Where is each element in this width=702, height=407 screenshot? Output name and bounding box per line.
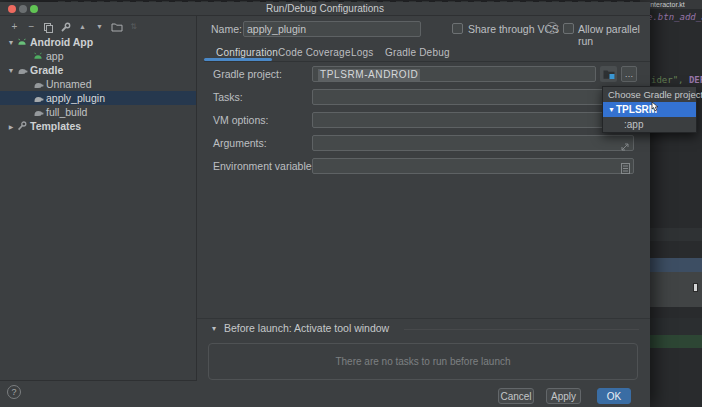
name-input[interactable]: apply_plugin (243, 21, 421, 37)
hand-cursor-icon (648, 101, 660, 119)
tree-item-label: apply_plugin (46, 92, 105, 104)
configurations-tree-panel: + − ▲ ▼ ⇅ ▼ Android App app ▼ Gra (0, 16, 197, 381)
popup-item-app[interactable]: :app (603, 117, 696, 132)
zoom-traffic-light[interactable] (30, 5, 38, 13)
popup-title: Choose Gradle project (603, 87, 696, 102)
tree-item-android-app[interactable]: ▼ Android App (0, 35, 196, 49)
sort-configurations-button: ⇅ (125, 19, 142, 34)
before-launch-title: Before launch: Activate tool window (224, 322, 389, 334)
vm-options-input[interactable] (312, 112, 634, 128)
env-variables-list-icon[interactable] (621, 160, 630, 178)
arguments-input[interactable] (312, 135, 634, 151)
choose-gradle-project-button[interactable] (600, 66, 617, 82)
editor-line-band (650, 228, 702, 241)
vm-options-label: VM options: (213, 114, 268, 126)
tree-item-label: Android App (30, 36, 93, 48)
tree-item-templates[interactable]: ▶ Templates (0, 119, 196, 133)
environment-variables-label: Environment variables: (213, 160, 320, 172)
name-label: Name: (211, 23, 242, 35)
expand-arrow-icon[interactable]: ▼ (6, 67, 16, 74)
tab-gradle-debug[interactable]: Gradle Debug (385, 47, 450, 58)
editor-selected-line-band (650, 258, 702, 272)
tree-item-label: full_build (46, 106, 87, 118)
arguments-label: Arguments: (213, 137, 267, 149)
edit-defaults-button[interactable] (57, 19, 74, 34)
expand-arrow-icon[interactable]: ▼ (607, 106, 616, 113)
add-configuration-button[interactable]: + (6, 19, 23, 34)
configurations-tree: ▼ Android App app ▼ Gradle Unnamed (0, 35, 196, 133)
tree-item-app[interactable]: app (0, 49, 196, 63)
tree-item-label: Templates (30, 120, 81, 132)
allow-parallel-run-label: Allow parallel run (578, 23, 650, 47)
move-down-button[interactable]: ▼ (91, 19, 108, 34)
tree-item-unnamed[interactable]: Unnamed (0, 77, 196, 91)
gradle-project-label: Gradle project: (213, 68, 282, 80)
editor-line-band (650, 318, 702, 335)
tabbar-divider (204, 61, 650, 62)
android-icon (16, 38, 28, 47)
gradle-elephant-icon (16, 66, 28, 75)
cancel-button[interactable]: Cancel (498, 388, 534, 404)
code-string-fragment: ider", (651, 75, 684, 85)
dialog-title: Run/Debug Configurations (0, 2, 650, 16)
before-launch-task-list: There are no tasks to run before launch (208, 343, 638, 380)
tree-item-gradle[interactable]: ▼ Gradle (0, 63, 196, 77)
expand-editor-icon[interactable] (620, 138, 630, 156)
tab-configuration[interactable]: Configuration (216, 47, 278, 58)
tree-item-label: Gradle (30, 64, 63, 76)
folder-icon (603, 69, 615, 79)
run-debug-configurations-dialog: Run/Debug Configurations + − ▲ ▼ ⇅ ▼ And… (0, 2, 650, 407)
environment-variables-input[interactable] (312, 158, 634, 174)
tab-logs[interactable]: Logs (351, 47, 374, 58)
before-launch-collapse-arrow[interactable]: ▾ (212, 324, 216, 333)
active-tab-underline (204, 58, 272, 61)
android-icon (32, 52, 44, 61)
section-divider (197, 318, 650, 319)
popup-item-label: :app (624, 119, 643, 130)
remove-configuration-button[interactable]: − (23, 19, 40, 34)
apply-button[interactable]: Apply (546, 388, 581, 404)
code-constant-fragment: DEFAU (689, 75, 702, 85)
minimize-traffic-light (19, 5, 27, 13)
background-code-line: ider", DEFAU (651, 75, 702, 85)
tab-code-coverage[interactable]: Code Coverage (278, 47, 351, 58)
before-launch-rule (404, 329, 639, 330)
gradle-elephant-icon (32, 94, 44, 103)
expand-arrow-icon[interactable]: ▼ (6, 39, 16, 46)
gradle-elephant-icon (32, 80, 44, 89)
wrench-icon (16, 121, 28, 131)
tree-item-apply-plugin[interactable]: apply_plugin (0, 91, 196, 105)
tree-item-label: app (46, 50, 64, 62)
vcs-help-icon[interactable]: ? (546, 22, 558, 34)
gradle-elephant-icon (32, 108, 44, 117)
move-up-button[interactable]: ▲ (74, 19, 91, 34)
gradle-project-input[interactable]: TPLSRM-ANDROID (312, 66, 596, 82)
help-button[interactable]: ? (7, 385, 21, 399)
before-launch-empty-text: There are no tasks to run before launch (209, 344, 637, 379)
share-through-vcs-checkbox[interactable] (452, 23, 463, 34)
tree-item-full-build[interactable]: full_build (0, 105, 196, 119)
create-folder-button[interactable] (108, 19, 125, 34)
tree-item-label: Unnamed (46, 78, 92, 90)
dialog-titlebar[interactable]: Run/Debug Configurations (0, 2, 650, 16)
allow-parallel-run-checkbox[interactable] (563, 23, 574, 34)
close-traffic-light[interactable] (8, 5, 16, 13)
tasks-label: Tasks: (213, 91, 243, 103)
ok-button[interactable]: OK (597, 388, 631, 404)
tasks-input[interactable] (312, 89, 634, 105)
tree-toolbar: + − ▲ ▼ ⇅ (6, 19, 142, 34)
copy-configuration-button[interactable] (40, 19, 57, 34)
gradle-project-value: TPLSRM-ANDROID (318, 69, 420, 81)
background-caret-artifact (693, 283, 698, 292)
editor-diff-added-band (650, 335, 702, 348)
browse-gradle-project-button[interactable]: … (621, 66, 637, 82)
background-code-line: e.btn_add_a_ (647, 12, 702, 22)
expand-arrow-icon[interactable]: ▶ (6, 123, 16, 130)
